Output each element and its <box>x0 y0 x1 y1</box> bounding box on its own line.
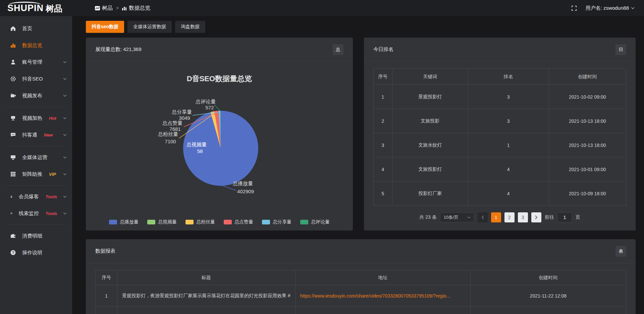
table-row[interactable]: 2 文旅投影 3 2021-10-13 18:00 <box>374 109 626 133</box>
logo[interactable]: SHUPIN 树品 <box>0 4 72 13</box>
next-page-button[interactable] <box>531 212 541 222</box>
legend-swatch <box>185 220 194 224</box>
sidebar-divider <box>6 107 66 107</box>
cell-created: 2021-10-02 09:00 <box>549 85 626 109</box>
cell-rank: 3 <box>468 109 549 133</box>
tab-inquiry-data[interactable]: 询盘数据 <box>175 21 205 33</box>
prev-page-button[interactable] <box>478 212 488 222</box>
legend-item-fans[interactable]: 总粉丝量 <box>185 219 215 225</box>
table-row[interactable]: 3 文旅水纹灯 1 2021-10-13 18:00 <box>374 133 626 157</box>
column-header: 序号 <box>374 69 392 85</box>
pie-chart: D音SEO数据量总览 <box>86 62 353 230</box>
fullscreen-icon[interactable] <box>571 5 577 11</box>
table-row[interactable]: 1 景观投影灯，夜游景观投影灯厂家展示展示落花灯在花园里的灯光投影应用效果 # … <box>96 285 626 307</box>
legend-item-play[interactable]: 总播放量 <box>109 219 139 225</box>
legend-swatch <box>147 220 155 224</box>
impressions-panel: 展现量总数: 421,369 总 D音SEO数据量总览 <box>86 38 353 230</box>
cell-rank: 4 <box>468 157 549 181</box>
cell-index: 2 <box>374 109 392 133</box>
sidebar-item-douyin-seo[interactable]: 抖音SEO <box>0 70 72 87</box>
sidebar-item-video-publish[interactable]: 视频发布 <box>0 87 72 104</box>
cell-index: 3 <box>374 133 392 157</box>
cell-rank: 3 <box>468 85 549 109</box>
sidebar-item-account[interactable]: 账号管理 <box>0 54 72 70</box>
chevron-left-icon <box>481 215 484 219</box>
legend-item-shares[interactable]: 总分享量 <box>262 219 291 225</box>
table-header-row: 序号 关键词 排名 创建时间 <box>374 69 626 85</box>
pie-label-value: 58 <box>197 148 203 154</box>
legend-swatch <box>300 220 308 224</box>
column-header: 关键词 <box>392 69 468 85</box>
ranking-panel-title: 今日排名 <box>373 46 393 53</box>
data-tabs: 抖音seo数据 全媒体运营数据 询盘数据 <box>86 21 636 33</box>
legend-swatch <box>262 220 270 224</box>
sidebar-item-lead-monitor[interactable]: 线索监控 Tools <box>0 205 72 222</box>
page-button-2[interactable]: 2 <box>504 212 515 222</box>
chevron-down-icon <box>63 117 67 119</box>
sidebar-item-help[interactable]: ? 操作说明 <box>0 244 72 261</box>
table-badge-button[interactable]: 表 <box>615 246 626 257</box>
cell-created: 2021-10-09 18:00 <box>549 181 626 206</box>
sidebar-divider <box>6 224 66 225</box>
video-link[interactable]: https://www.iesdouyin.com/share/video/70… <box>300 293 450 299</box>
person-icon <box>10 194 13 200</box>
legend-swatch <box>224 220 232 224</box>
tab-omni-media-data[interactable]: 全媒体运营数据 <box>127 21 172 33</box>
report-table: 序号 标题 地址 创建时间 1 景观投影灯，夜游景观投影灯厂家展示展示落花灯在花… <box>95 270 626 314</box>
table-row[interactable]: 5 投影灯厂家 4 2021-10-09 18:00 <box>374 181 626 206</box>
breadcrumb-item-home[interactable]: 树品 <box>95 5 113 12</box>
wallet-icon <box>10 233 16 239</box>
pagination: 共 23 条 10条/页 1 2 3 <box>373 212 626 222</box>
legend-item-video[interactable]: 总视频量 <box>147 219 177 225</box>
chevron-down-icon <box>631 7 635 9</box>
column-header: 地址 <box>295 270 470 285</box>
tools-badge: Tools <box>46 194 57 199</box>
cell-keyword: 投影灯厂家 <box>392 181 468 206</box>
legend-item-likes[interactable]: 总点赞量 <box>224 219 253 225</box>
sidebar-item-douketong[interactable]: 抖客通 New <box>0 126 72 143</box>
cell-rank: 4 <box>468 181 549 206</box>
sidebar-item-member-burst[interactable]: 会员爆客 Tools <box>0 188 72 205</box>
svg-text:?: ? <box>12 251 14 255</box>
tab-douyin-seo-data[interactable]: 抖音seo数据 <box>86 21 124 33</box>
top-bar: SHUPIN 树品 树品 > 数据总览 用户名: zswodun88 <box>0 0 644 16</box>
table-row[interactable]: 1 景观投影灯 3 2021-10-02 09:00 <box>374 85 626 109</box>
legend-label: 总分享量 <box>273 219 291 225</box>
hot-badge: Hot <box>49 116 56 121</box>
sidebar-item-label: 矩阵助推 <box>22 171 42 177</box>
sidebar-item-home[interactable]: 首页 <box>0 20 72 37</box>
goto-page-input[interactable] <box>557 212 572 222</box>
sidebar-item-matrix-boost[interactable]: 矩阵助推 VIP <box>0 166 72 182</box>
sidebar-item-label: 数据总览 <box>22 42 42 49</box>
report-panel-title: 数据报表 <box>95 248 115 254</box>
pie-label-value: 402909 <box>237 189 254 194</box>
pie-label-name: 总分享量 <box>171 109 192 115</box>
chart-title: D音SEO数据量总览 <box>86 74 353 84</box>
sidebar-item-omni-media[interactable]: 全媒体运营 <box>0 149 72 166</box>
cell-index: 5 <box>374 181 392 206</box>
table-row[interactable]: 4 文旅投影灯 4 2021-10-01 09:00 <box>374 157 626 181</box>
cell-created: 2021-11-22 12:08 <box>470 285 626 307</box>
day-badge-button[interactable]: 日 <box>615 44 626 55</box>
gear-icon <box>10 76 16 82</box>
legend-item-comments[interactable]: 总评论量 <box>300 219 330 225</box>
pie-label-value: 572 <box>205 105 214 110</box>
total-badge-button[interactable]: 总 <box>333 44 343 55</box>
sidebar-item-data-overview[interactable]: 数据总览 <box>0 37 72 54</box>
sidebar-item-spend-detail[interactable]: 消费明细 <box>0 227 72 244</box>
column-header: 创建时间 <box>549 69 626 85</box>
cell-index: 1 <box>374 85 392 109</box>
pagination-total: 共 23 条 <box>419 214 436 220</box>
page-size-select[interactable]: 10条/页 <box>440 212 474 222</box>
sidebar-divider <box>6 185 66 186</box>
breadcrumb-label: 树品 <box>102 5 113 12</box>
page-button-3[interactable]: 3 <box>518 212 528 222</box>
sidebar-item-video-heat[interactable]: 视频加热 Hot <box>0 110 72 126</box>
user-menu[interactable]: 用户名: zswodun88 <box>586 5 635 11</box>
page-button-1[interactable]: 1 <box>491 212 501 222</box>
main-content: 抖音seo数据 全媒体运营数据 询盘数据 展现量总数: 421,369 总 D音… <box>72 16 644 314</box>
cell-rank: 1 <box>468 133 549 157</box>
pie-label-name: 总视频量 <box>186 142 207 147</box>
breadcrumb-item-current[interactable]: 数据总览 <box>122 5 150 12</box>
chevron-down-icon <box>63 212 67 215</box>
